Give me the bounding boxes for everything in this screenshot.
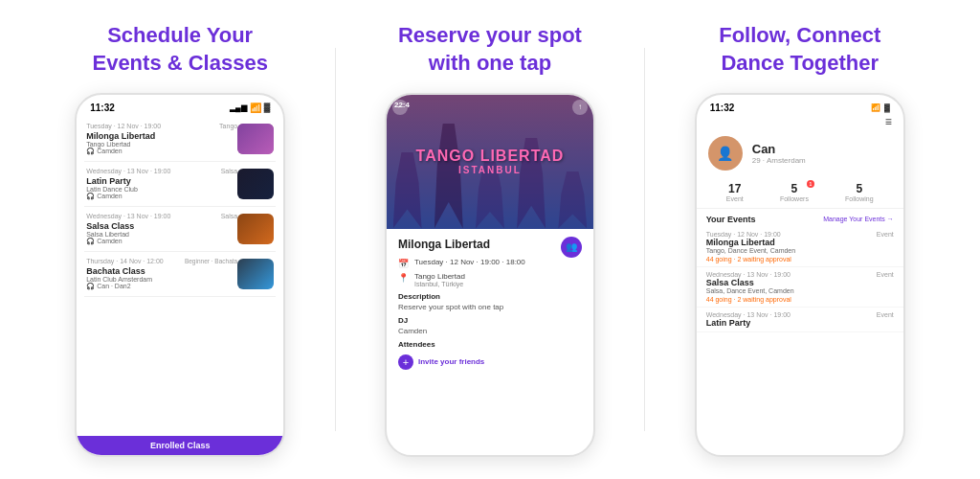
section-follow: Follow, Connect Dance Together 11:32 📶 ▓… [652, 22, 948, 456]
card-header: Wednesday · 13 Nov · 19:00 Event [706, 311, 894, 318]
attendees-label: Attendees [398, 340, 582, 349]
headphone-icon: 🎧 [86, 193, 95, 200]
card-sub: Tango, Dance Event, Camden [706, 247, 894, 254]
your-events-header: Your Events Manage Your Events → [697, 209, 903, 227]
hero-event-title: TANGO LIBERTAD [416, 148, 565, 165]
following-stat[interactable]: 5 Following [845, 182, 874, 202]
phone3: 11:32 📶 ▓ ≡ 👤 Can 29 · Amsterdam 17 Even… [695, 93, 905, 457]
divider-2 [644, 48, 645, 431]
manage-events-link[interactable]: Manage Your Events → [823, 216, 894, 222]
list-item[interactable]: Wednesday · 13 Nov · 19:00 Event Salsa C… [697, 267, 903, 308]
followers-stat[interactable]: 5 1 Followers [780, 182, 809, 202]
event-tag: Beginner · Bachata [185, 258, 237, 264]
card-status: 44 going · 2 waiting approval [706, 296, 894, 303]
headphone-icon: 🎧 [86, 238, 95, 245]
list-item[interactable]: Wednesday · 13 Nov · 19:00 Event Latin P… [697, 308, 903, 332]
list-item[interactable]: Tuesday · 12 Nov · 19:00 Event Milonga L… [697, 227, 903, 267]
section1-title: Schedule Your Events & Classes [92, 22, 267, 77]
hero-image: ← ↑ TANGO LIBERTAD ISTANBUL 22:4 [387, 95, 593, 229]
event-title: Milonga Libertad [398, 238, 490, 251]
venue-name: Tango Libertad [414, 272, 465, 281]
card-name: Milonga Libertad [706, 238, 894, 247]
event-name: Milonga Libertad [86, 131, 237, 141]
card-header: Tuesday · 12 Nov · 19:00 Event [706, 231, 894, 238]
event-sub: Latin Club Amsterdam [86, 276, 237, 283]
events-count: 17 [726, 182, 744, 195]
user-info: 29 · Amsterdam [752, 156, 806, 165]
event-sub: Tango Libertad [86, 141, 237, 148]
join-button[interactable]: 👥 [561, 237, 582, 258]
event-sub: Latin Dance Club [86, 186, 237, 193]
events-label: Event [726, 195, 744, 202]
events-stat: 17 Event [726, 182, 744, 202]
followers-count: 5 1 [780, 182, 809, 195]
user-stats: 17 Event 5 1 Followers 5 Following [697, 176, 903, 209]
event-name: Salsa Class [86, 221, 237, 231]
event-thumbnail [237, 259, 274, 289]
card-name: Latin Party [706, 318, 894, 328]
battery-icon: ▓ [264, 103, 271, 112]
event-loc: 🎧 Camden [86, 148, 237, 155]
invite-text: Invite your friends [418, 357, 484, 366]
wifi-icon: 📶 [250, 103, 261, 113]
phone2: ← ↑ TANGO LIBERTAD ISTANBUL 22:4 Milonga… [385, 93, 595, 457]
event-sub: Salsa Libertad [86, 231, 237, 238]
event-loc: 🎧 Camden [86, 193, 237, 200]
location-icon: 📍 [398, 273, 409, 283]
avatar: 👤 [708, 136, 743, 171]
section3-title: Follow, Connect Dance Together [719, 22, 880, 77]
list-item[interactable]: Tuesday · 12 Nov · 19:00 Tango Milonga L… [84, 117, 276, 162]
avatar-image: 👤 [708, 136, 743, 171]
section2-title: Reserve your spot with one tap [398, 22, 582, 77]
following-count: 5 [845, 182, 874, 195]
card-date: Wednesday · 13 Nov · 19:00 [706, 311, 791, 318]
event-thumbnail [237, 214, 274, 244]
event-date: Tuesday · 12 Nov · 19:00 [86, 123, 161, 129]
card-status: 44 going · 2 waiting approval [706, 256, 894, 262]
phone1-statusbar: 11:32 ▂▄▆ 📶 ▓ [77, 95, 283, 117]
headphone-icon: 🎧 [86, 148, 95, 155]
headphone-icon: 🎧 [86, 283, 95, 290]
dj-label: DJ [398, 316, 582, 325]
desc-text: Reserve your spot with one tap [398, 303, 582, 311]
event-datetime: Tuesday · 12 Nov · 19:00 · 18:00 [414, 258, 525, 266]
event-date: Thursday · 14 Nov · 12:00 [86, 258, 164, 264]
following-label: Following [845, 195, 874, 202]
dj-value: Camden [398, 327, 582, 335]
hero-event-subtitle: ISTANBUL [458, 165, 522, 175]
hero-overlay: ← ↑ TANGO LIBERTAD ISTANBUL 22:4 [387, 95, 593, 229]
card-name: Salsa Class [706, 278, 894, 287]
card-header: Wednesday · 13 Nov · 19:00 Event [706, 271, 894, 278]
phone1-time: 11:32 [90, 103, 115, 113]
menu-icon[interactable]: ≡ [697, 115, 903, 128]
event-thumbnail [237, 169, 274, 199]
event-loc: 🎧 Can · Dan2 [86, 283, 237, 290]
section-schedule: Schedule Your Events & Classes 11:32 ▂▄▆… [32, 22, 328, 456]
date-row: 📅 Tuesday · 12 Nov · 19:00 · 18:00 [398, 258, 582, 268]
signal-icon: ▂▄▆ [230, 103, 247, 112]
divider-1 [335, 48, 336, 431]
enrolled-bar[interactable]: Enrolled Class [77, 436, 283, 455]
event-date: Wednesday · 13 Nov · 19:00 [86, 213, 170, 219]
event-name: Bachata Class [86, 266, 237, 276]
card-type: Event [877, 231, 894, 238]
phone3-statusbar: 11:32 📶 ▓ [697, 95, 903, 115]
list-item[interactable]: Thursday · 14 Nov · 12:00 Beginner · Bac… [84, 252, 276, 297]
event-tag: Salsa [221, 168, 238, 174]
invite-plus-icon: + [398, 354, 413, 370]
calendar-icon: 📅 [398, 259, 409, 268]
card-type: Event [877, 311, 894, 318]
event-details: Milonga Libertad 👥 📅 Tuesday · 12 Nov · … [387, 229, 593, 377]
user-profile: 👤 Can 29 · Amsterdam [697, 128, 903, 176]
location-row: 📍 Tango Libertad Istanbul, Türkiye [398, 272, 582, 287]
list-item[interactable]: Wednesday · 13 Nov · 19:00 Salsa Salsa C… [84, 207, 276, 252]
invite-row[interactable]: + Invite your friends [398, 354, 582, 370]
share-button[interactable]: ↑ [572, 100, 588, 115]
list-item[interactable]: Wednesday · 13 Nov · 19:00 Salsa Latin P… [84, 162, 276, 207]
wifi-icon: 📶 [871, 103, 880, 112]
notification-badge: 1 [807, 180, 814, 188]
event-loc: 🎧 Camden [86, 238, 237, 245]
battery-icon: ▓ [884, 103, 890, 112]
event-list: Tuesday · 12 Nov · 19:00 Tango Milonga L… [77, 117, 283, 297]
phone1: 11:32 ▂▄▆ 📶 ▓ Tuesday · 12 Nov · 19:00 T… [75, 93, 285, 457]
